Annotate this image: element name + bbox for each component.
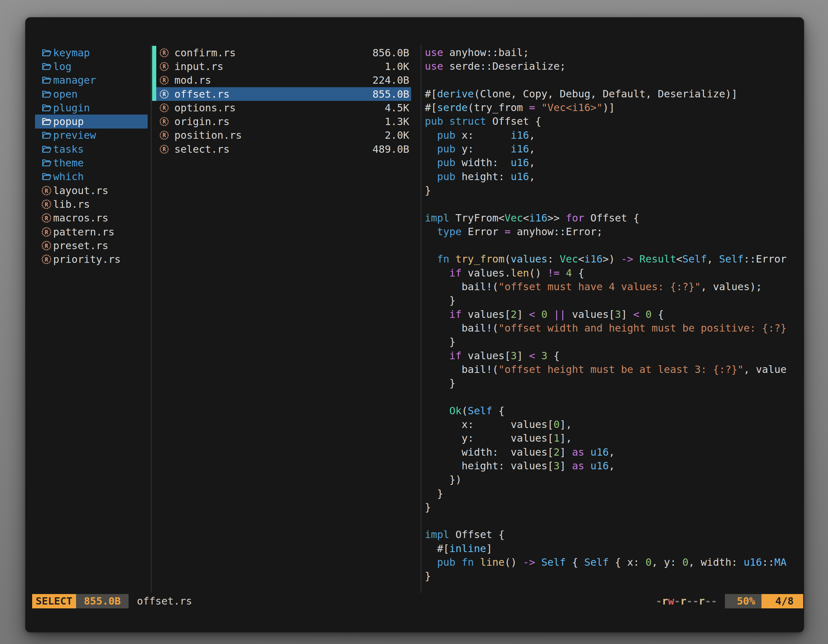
selection-marker — [152, 142, 156, 156]
sidebar-item-label: plugin — [53, 102, 90, 114]
code-line: type Error = anyhow::Error; — [425, 225, 803, 239]
svg-text:R: R — [163, 146, 166, 152]
code-line: width: values[2] as u16, — [425, 445, 803, 459]
rust-file-icon: R — [160, 130, 169, 140]
sidebar-item-theme[interactable]: theme — [35, 156, 147, 169]
scroll-percent-badge: 50% — [725, 594, 762, 608]
permissions-text: -rw-r--r-- — [656, 594, 717, 608]
sidebar-item-label: preview — [53, 129, 96, 141]
code-line: } — [425, 500, 803, 514]
code-line: bail!("offset must have 4 values: {:?}",… — [425, 280, 803, 294]
open-folder-icon — [41, 116, 52, 127]
file-row-body: Rconfirm.rs856.0B — [156, 46, 411, 60]
file-row-select-rs[interactable]: Rselect.rs489.0B — [152, 142, 411, 156]
sidebar-item-tasks[interactable]: tasks — [35, 142, 147, 156]
file-size: 1.0K — [385, 60, 409, 72]
code-line: } — [425, 569, 803, 583]
code-line — [425, 239, 803, 252]
svg-text:R: R — [163, 63, 166, 70]
code-line: x: values[0], — [425, 418, 803, 431]
sidebar-item-popup[interactable]: popup — [35, 114, 147, 128]
code-line: y: values[1], — [425, 431, 803, 445]
file-size-badge: 855.0B — [76, 594, 129, 608]
svg-text:R: R — [45, 229, 49, 235]
file-name: mod.rs — [174, 74, 211, 86]
file-name: offset.rs — [174, 88, 229, 100]
code-line — [425, 514, 803, 528]
sidebar-item-layout-rs[interactable]: Rlayout.rs — [35, 183, 147, 197]
rust-file-icon: R — [160, 62, 169, 71]
yazi-terminal-window: keymaplogmanageropenpluginpopuppreviewta… — [25, 17, 804, 633]
open-folder-icon — [41, 144, 52, 155]
file-row-body: Rposition.rs2.0K — [156, 128, 411, 142]
file-row-body: Rorigin.rs1.3K — [156, 114, 411, 128]
code-line — [425, 390, 803, 404]
svg-text:R: R — [163, 77, 166, 83]
code-line: pub fn line() -> Self { Self { x: 0, y: … — [425, 556, 803, 569]
code-line: } — [425, 335, 803, 349]
file-row-origin-rs[interactable]: Rorigin.rs1.3K — [152, 114, 411, 128]
code-line: } — [425, 294, 803, 307]
code-line: } — [425, 183, 803, 197]
sidebar-item-label: lib.rs — [53, 198, 90, 210]
file-size: 1.3K — [385, 116, 409, 128]
svg-text:R: R — [45, 201, 49, 208]
sidebar-item-open[interactable]: open — [35, 87, 147, 101]
code-line: pub height: u16, — [425, 170, 803, 183]
sidebar-item-label: popup — [53, 116, 84, 128]
open-folder-icon — [41, 75, 52, 86]
code-line: if values[3] < 3 { — [425, 349, 803, 363]
sidebar-item-manager[interactable]: manager — [35, 74, 147, 87]
sidebar-item-label: preset.rs — [53, 240, 108, 252]
sidebar-item-label: theme — [53, 157, 84, 169]
rust-file-icon: R — [41, 240, 52, 251]
sidebar-item-plugin[interactable]: plugin — [35, 101, 147, 114]
sidebar-item-label: layout.rs — [53, 185, 108, 197]
current-pane: Rconfirm.rs856.0BRinput.rs1.0KRmod.rs224… — [152, 46, 411, 156]
sidebar-item-preset-rs[interactable]: Rpreset.rs — [35, 239, 147, 252]
file-row-offset-rs[interactable]: Roffset.rs855.0B — [152, 87, 411, 101]
file-row-confirm-rs[interactable]: Rconfirm.rs856.0B — [152, 46, 411, 60]
rust-file-icon: R — [160, 48, 169, 58]
status-bar: SELECT 855.0B offset.rs -rw-r--r-- 50% 4… — [25, 594, 804, 608]
sidebar-item-which[interactable]: which — [35, 170, 147, 183]
file-row-body: Rinput.rs1.0K — [156, 60, 411, 73]
svg-text:R: R — [45, 242, 49, 249]
svg-text:R: R — [163, 118, 166, 125]
sidebar-item-priority-rs[interactable]: Rpriority.rs — [35, 252, 147, 266]
file-row-mod-rs[interactable]: Rmod.rs224.0B — [152, 74, 411, 87]
status-filename: offset.rs — [137, 594, 192, 608]
sidebar-item-label: open — [53, 88, 78, 100]
code-line: if values.len() != 4 { — [425, 266, 803, 280]
sidebar-item-preview[interactable]: preview — [35, 128, 147, 142]
code-line — [425, 74, 803, 87]
sidebar-item-lib-rs[interactable]: Rlib.rs — [35, 197, 147, 211]
file-row-input-rs[interactable]: Rinput.rs1.0K — [152, 60, 411, 73]
file-row-body: Rselect.rs489.0B — [156, 142, 411, 156]
rust-file-icon: R — [41, 227, 52, 237]
code-line: pub struct Offset { — [425, 114, 803, 128]
file-size: 224.0B — [372, 74, 409, 86]
sidebar-item-label: priority.rs — [53, 253, 121, 265]
file-row-position-rs[interactable]: Rposition.rs2.0K — [152, 128, 411, 142]
svg-text:R: R — [163, 132, 166, 139]
file-name: options.rs — [174, 102, 236, 114]
file-size: 2.0K — [385, 129, 409, 141]
sidebar-item-label: keymap — [53, 47, 90, 59]
sidebar-item-pattern-rs[interactable]: Rpattern.rs — [35, 225, 147, 239]
file-name: origin.rs — [174, 116, 229, 128]
file-name: input.rs — [174, 60, 223, 72]
file-name: position.rs — [174, 129, 242, 141]
file-size: 489.0B — [372, 143, 409, 155]
open-folder-icon — [41, 158, 52, 168]
file-row-options-rs[interactable]: Roptions.rs4.5K — [152, 101, 411, 114]
selection-marker — [152, 87, 156, 101]
sidebar-item-log[interactable]: log — [35, 60, 147, 73]
code-line: }) — [425, 473, 803, 486]
rust-file-icon: R — [160, 75, 169, 85]
code-line: #[inline] — [425, 542, 803, 556]
sidebar-item-keymap[interactable]: keymap — [35, 46, 147, 60]
sidebar-item-label: log — [53, 60, 72, 72]
selection-marker — [152, 114, 156, 128]
sidebar-item-macros-rs[interactable]: Rmacros.rs — [35, 211, 147, 225]
